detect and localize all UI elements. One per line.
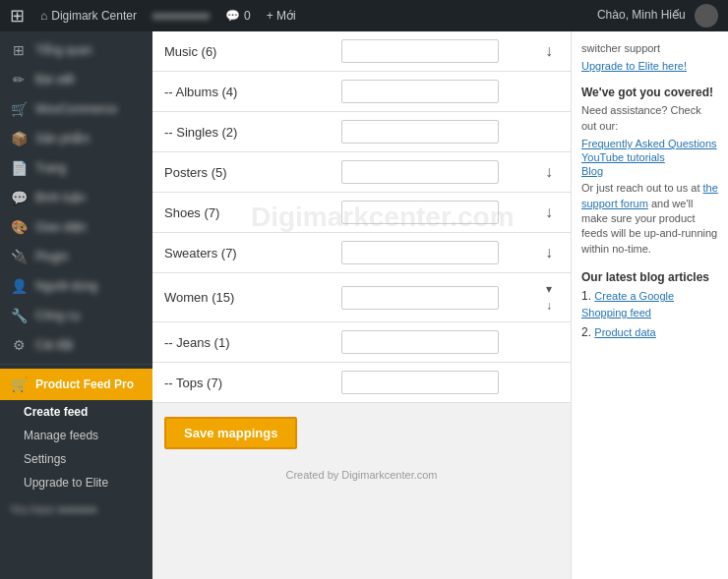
comments-icon: 💬: [10, 190, 28, 205]
right-sidebar: switcher support Upgrade to Elite here! …: [571, 31, 728, 579]
sidebar-item-products[interactable]: 📦 Sản phẩm: [0, 124, 152, 153]
sidebar-item-users[interactable]: 👤 Người dùng: [0, 271, 152, 301]
blog-item-2-link[interactable]: Product data: [594, 326, 655, 338]
support-outro-pre: Or just reach out to us at: [581, 182, 699, 194]
support-outro: Or just reach out to us at the support f…: [581, 181, 718, 257]
sidebar-item-label: Bình luận: [35, 191, 86, 204]
arrow-cell: [527, 322, 571, 363]
sidebar-item-tools[interactable]: 🔧 Công cụ: [0, 301, 152, 330]
sidebar-extra-blurred: You have ●●●●●●: [10, 500, 143, 520]
blog-link[interactable]: Blog: [581, 165, 718, 177]
sidebar-sub-upgrade[interactable]: Upgrade to Elite: [0, 471, 152, 494]
admin-bar-site[interactable]: ⌂ Digimark Center: [40, 9, 137, 23]
manage-feeds-label: Manage feeds: [24, 429, 98, 442]
category-input[interactable]: [341, 160, 499, 184]
content-area: Digimarkcenter.com Music (6) ↓: [152, 31, 728, 579]
expand-button[interactable]: ↓: [539, 161, 559, 183]
sidebar-item-label: Bài viết: [35, 73, 75, 87]
appearance-icon: 🎨: [10, 219, 28, 235]
expand-button[interactable]: ↓: [539, 40, 559, 62]
save-area: Save mappings: [152, 403, 571, 463]
table-row: -- Jeans (1): [152, 322, 571, 363]
pages-icon: 📄: [10, 160, 28, 176]
sidebar-item-dashboard[interactable]: ⊞ Tổng quan: [0, 35, 152, 65]
users-icon: 👤: [10, 278, 28, 294]
expand-down-button[interactable]: ↓: [540, 298, 558, 314]
category-label: -- Albums (4): [164, 85, 237, 99]
faq-link[interactable]: Frequently Asked Questions: [581, 138, 718, 149]
blog-item-2-num: 2.: [581, 325, 591, 339]
category-label: Women (15): [164, 290, 234, 305]
sidebar-bottom-blurred: You have ●●●●●●: [0, 494, 152, 526]
sidebar-item-settings[interactable]: ⚙ Cài đặt: [0, 330, 152, 360]
input-cell: [330, 112, 527, 152]
category-label: Posters (5): [164, 165, 227, 180]
youtube-link[interactable]: YouTube tutorials: [581, 151, 718, 163]
blog-item-1-num: 1.: [581, 289, 591, 303]
sidebar-item-posts[interactable]: ✏ Bài viết: [0, 65, 152, 94]
blog-title: Our latest blog articles: [581, 270, 718, 284]
category-name: Sweaters (7): [152, 233, 330, 273]
settings-label: Settings: [24, 452, 66, 466]
expand-up-button[interactable]: ▾: [540, 281, 558, 297]
arrow-cell: ↓: [527, 193, 571, 233]
sidebar-item-woocommerce[interactable]: 🛒 WooCommerce: [0, 94, 152, 124]
save-mappings-button[interactable]: Save mappings: [164, 417, 297, 449]
category-input[interactable]: [341, 371, 499, 394]
blog-item-1-link[interactable]: Create a Google Shopping feed: [581, 290, 674, 318]
category-name: Women (15): [152, 273, 330, 322]
category-input[interactable]: [341, 120, 499, 144]
admin-bar-url[interactable]: ●●●●●●●●: [152, 9, 210, 23]
sidebar-divider: [0, 364, 152, 365]
category-input[interactable]: [341, 241, 499, 264]
sidebar-item-label: Plugin: [35, 250, 68, 263]
upgrade-section: switcher support Upgrade to Elite here!: [581, 41, 718, 72]
double-arrow: ▾ ↓: [539, 281, 559, 314]
input-cell: [330, 31, 527, 72]
input-cell: [330, 233, 527, 273]
sidebar-item-pages[interactable]: 📄 Trang: [0, 153, 152, 183]
arrow-cell: [527, 363, 571, 403]
category-name: -- Singles (2): [152, 112, 330, 152]
arrow-cell: ▾ ↓: [527, 273, 571, 322]
sidebar-sub-manage-feeds[interactable]: Manage feeds: [0, 424, 152, 447]
sidebar-item-comments[interactable]: 💬 Bình luận: [0, 183, 152, 212]
expand-button[interactable]: ↓: [539, 202, 559, 223]
comments-icon: 💬: [225, 9, 240, 23]
arrow-cell: ↓: [527, 233, 571, 273]
sidebar-sub-settings[interactable]: Settings: [0, 447, 152, 471]
mapping-table: Music (6) ↓ -- Albums: [152, 31, 571, 403]
table-row: Shoes (7) ↓: [152, 193, 571, 233]
category-input[interactable]: [341, 80, 499, 103]
tools-icon: 🔧: [10, 308, 28, 323]
greeting-text: Chào, Minh Hiếu: [597, 8, 686, 22]
category-input[interactable]: [341, 286, 499, 310]
blog-section: Our latest blog articles 1. Create a Goo…: [581, 270, 718, 340]
admin-bar-new[interactable]: + Mới: [267, 9, 296, 23]
sidebar-item-product-feed-pro[interactable]: 🛒 Product Feed Pro: [0, 369, 152, 400]
footer-text: Created by Digimarkcenter.com: [285, 469, 437, 481]
sidebar-item-appearance[interactable]: 🎨 Giao diện: [0, 212, 152, 242]
wp-logo-icon[interactable]: ⊞: [10, 5, 25, 27]
support-section: We've got you covered! Need assistance? …: [581, 86, 718, 257]
arrow-cell: [527, 112, 571, 152]
sidebar-item-label: Tổng quan: [35, 43, 92, 57]
admin-bar-greeting: Chào, Minh Hiếu: [597, 4, 718, 28]
category-label: -- Tops (7): [164, 376, 222, 390]
category-input[interactable]: [341, 201, 499, 224]
upgrade-link[interactable]: Upgrade to Elite here!: [581, 60, 718, 72]
admin-bar-comments[interactable]: 💬 0: [225, 9, 251, 23]
category-input[interactable]: [341, 330, 499, 354]
category-name: Music (6): [152, 31, 330, 72]
category-input[interactable]: [341, 39, 499, 63]
sidebar-item-label: Cài đặt: [35, 338, 73, 352]
sidebar-sub-create-feed[interactable]: Create feed: [0, 400, 152, 424]
blog-item-2: 2. Product data: [581, 324, 718, 341]
support-title: We've got you covered!: [581, 86, 718, 99]
footer-credit: Created by Digimarkcenter.com: [152, 463, 571, 487]
expand-button[interactable]: ↓: [539, 242, 559, 263]
input-cell: [330, 152, 527, 193]
woo-icon: 🛒: [10, 101, 28, 117]
comments-count: 0: [244, 9, 251, 23]
sidebar-item-plugins[interactable]: 🔌 Plugin: [0, 242, 152, 271]
